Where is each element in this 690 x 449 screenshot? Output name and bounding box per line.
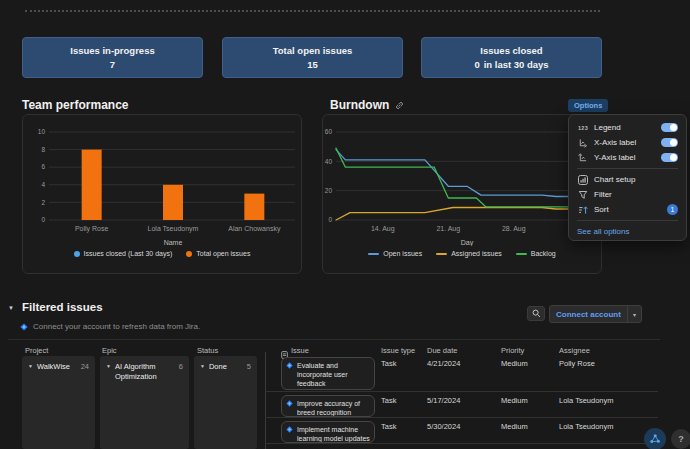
issue-cell[interactable]: Improve accuracy of breed recognition [281, 395, 375, 417]
filtered-issues-title: Filtered issues [22, 301, 103, 313]
menu-divider [577, 168, 678, 169]
row-divider [265, 417, 658, 418]
search-icon [532, 309, 541, 318]
search-button[interactable] [527, 306, 545, 321]
menu-item-y-axis-label[interactable]: Y-Axis label [569, 150, 686, 165]
svg-text:Lola Tseudonym: Lola Tseudonym [148, 225, 199, 233]
legend-label: Backlog [531, 250, 556, 257]
issue-cell[interactable]: Implement machine learning model updates [281, 421, 375, 443]
col-header-issue-type: Issue type [381, 346, 415, 355]
issue-type-cell[interactable]: Task [381, 359, 396, 368]
svg-text:14. Aug: 14. Aug [371, 225, 395, 233]
connect-account-button[interactable]: Connect account ▾ [549, 305, 642, 323]
menu-item-chart-setup[interactable]: Chart setup [569, 172, 686, 187]
svg-text:Alan Chowansky: Alan Chowansky [228, 225, 281, 233]
y-axis-icon [577, 153, 589, 163]
status-group-panel[interactable]: ▼ Done 5 [194, 356, 257, 449]
due-date-cell[interactable]: 5/30/2024 [427, 422, 460, 431]
team-performance-legend: Issues closed (Last 30 days) Total open … [23, 250, 301, 257]
legend-label: Assigned issues [451, 250, 502, 257]
due-date-cell[interactable]: 4/21/2024 [427, 359, 460, 368]
menu-item-label: Legend [594, 123, 621, 132]
svg-text:2: 2 [41, 199, 45, 206]
menu-item-label: Filter [594, 190, 612, 199]
team-performance-bar-chart: 0246810Polly RoseLola TseudonymAlan Chow… [23, 116, 301, 246]
issue-type-cell[interactable]: Task [381, 396, 396, 405]
link-icon[interactable] [395, 101, 404, 110]
y-axis-label-toggle[interactable] [661, 153, 678, 162]
help-button[interactable]: ? [671, 429, 690, 449]
priority-cell[interactable]: Medium [501, 422, 528, 431]
legend-item: Assigned issues [436, 250, 502, 257]
team-performance-chart-card: 0246810Polly RoseLola TseudonymAlan Chow… [22, 114, 302, 274]
table-top-border [8, 339, 660, 340]
stat-card-total-open-issues: Total open issues 15 [222, 37, 403, 78]
burndown-line-chart: 020406014. Aug21. Aug28. AugDay [323, 116, 601, 246]
x-axis-label-toggle[interactable] [661, 138, 678, 147]
col-header-priority: Priority [501, 346, 524, 355]
menu-item-filter[interactable]: Filter [569, 187, 686, 202]
series-line-icon [436, 253, 447, 255]
priority-cell[interactable]: Medium [501, 396, 528, 405]
sort-icon [577, 205, 589, 215]
jira-icon [286, 400, 293, 409]
menu-item-legend[interactable]: 123 Legend [569, 120, 686, 135]
chevron-down-icon[interactable]: ▾ [628, 306, 641, 322]
group-count: 5 [247, 362, 251, 371]
assignee-cell[interactable]: Lola Tseudonym [559, 422, 613, 431]
col-header-due-date: Due date [427, 346, 457, 355]
issue-type-cell[interactable]: Task [381, 422, 396, 431]
menu-item-label: Sort [594, 205, 609, 214]
svg-text:Name: Name [164, 239, 183, 246]
integrations-button[interactable] [644, 428, 666, 449]
collapse-triangle-icon[interactable]: ▼ [200, 363, 205, 369]
assignee-cell[interactable]: Lola Tseudonym [559, 396, 613, 405]
svg-text:8: 8 [41, 146, 45, 153]
x-axis-icon [577, 138, 589, 148]
group-label: Done [209, 362, 243, 372]
legend-item: Issues closed (Last 30 days) [74, 250, 173, 257]
section-collapse-triangle-icon[interactable]: ▼ [8, 305, 14, 311]
stat-label: Issues in-progress [70, 45, 154, 56]
menu-divider [577, 220, 678, 221]
svg-text:21. Aug: 21. Aug [436, 225, 460, 233]
burndown-title: Burndown [330, 98, 389, 112]
svg-text:20: 20 [325, 187, 333, 194]
chart-setup-icon [577, 175, 589, 185]
network-icon [649, 433, 661, 445]
burndown-chart-card: 020406014. Aug21. Aug28. AugDay Open iss… [322, 114, 602, 274]
collapse-triangle-icon[interactable]: ▼ [106, 363, 111, 369]
options-button[interactable]: Options [568, 99, 608, 112]
issue-title[interactable]: Implement machine learning model updates [297, 426, 370, 442]
see-all-options-link[interactable]: See all options [569, 224, 686, 236]
group-count: 6 [179, 362, 183, 371]
legend-toggle[interactable] [661, 123, 678, 132]
stat-label: Issues closed [480, 45, 542, 56]
series-line-icon [368, 253, 379, 255]
menu-item-sort[interactable]: Sort 1 [569, 202, 686, 217]
row-divider [265, 443, 658, 444]
project-group-panel[interactable]: ▼ WalkWise 24 [22, 356, 95, 449]
series-dot-icon [186, 251, 192, 257]
epic-group-panel[interactable]: ▼ AI Algorithm Optimization 6 [100, 356, 189, 449]
svg-text:28. Aug: 28. Aug [502, 225, 526, 233]
series-dot-icon [74, 251, 80, 257]
assignee-cell[interactable]: Polly Rose [559, 359, 595, 368]
table-vertical-divider [265, 352, 266, 449]
due-date-cell[interactable]: 5/17/2024 [427, 396, 460, 405]
issue-cell[interactable]: Evaluate and incorporate user feedback [281, 357, 375, 390]
connect-account-label[interactable]: Connect account [550, 306, 627, 322]
jira-icon [286, 362, 293, 371]
legend-label: Issues closed (Last 30 days) [84, 250, 173, 257]
stat-card-issues-closed: Issues closed 0 in last 30 days [421, 37, 602, 78]
issue-title[interactable]: Evaluate and incorporate user feedback [297, 362, 348, 387]
team-performance-title: Team performance [22, 98, 128, 112]
menu-item-label: Chart setup [594, 175, 635, 184]
123-legend-icon: 123 [577, 125, 589, 131]
svg-text:4: 4 [41, 181, 45, 188]
collapse-triangle-icon[interactable]: ▼ [28, 363, 33, 369]
issue-title[interactable]: Improve accuracy of breed recognition [297, 400, 360, 416]
menu-item-x-axis-label[interactable]: X-Axis label [569, 135, 686, 150]
priority-cell[interactable]: Medium [501, 359, 528, 368]
col-header-issue: Issue [291, 346, 309, 355]
